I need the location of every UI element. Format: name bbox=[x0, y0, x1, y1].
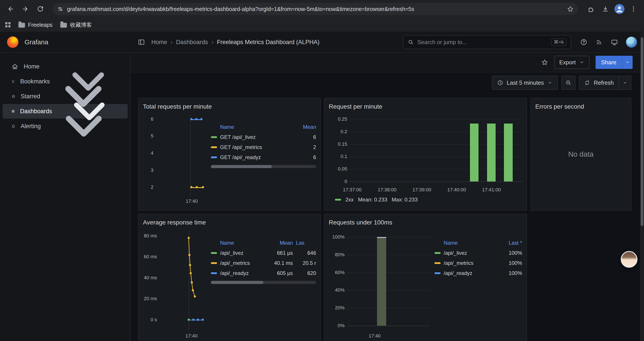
panel-request-per-minute[interactable]: Request per minute 0.25 0.2 0.15 0.1 0.0… bbox=[324, 98, 527, 211]
floating-assistant-avatar[interactable] bbox=[621, 251, 638, 268]
series-mean: 2 bbox=[291, 144, 316, 150]
reload-icon[interactable] bbox=[34, 3, 46, 15]
data-point bbox=[190, 118, 192, 120]
series-name[interactable]: 2xx bbox=[346, 197, 354, 203]
panel-requests-under-100ms[interactable]: Requests under 100ms 100% 80% 60% 40% 20… bbox=[324, 214, 527, 341]
refresh-interval-dropdown[interactable] bbox=[619, 76, 631, 90]
apps-grid-icon[interactable] bbox=[5, 22, 10, 28]
legend-header-last[interactable]: Las bbox=[296, 240, 316, 246]
zoom-out-button[interactable] bbox=[561, 76, 576, 90]
downloads-icon[interactable] bbox=[599, 3, 612, 15]
p1-y-axis: 6 5 4 3 2 bbox=[143, 115, 156, 197]
panel-total-requests-per-minute[interactable]: Total requests per minute 6 5 4 3 2 bbox=[138, 98, 321, 211]
legend-header-name[interactable]: Name bbox=[444, 240, 494, 246]
site-info-icon[interactable] bbox=[57, 6, 64, 12]
bookmark-star-icon[interactable] bbox=[567, 6, 574, 13]
legend-row[interactable]: GET /api/_metrics 2 bbox=[211, 142, 316, 152]
series-name: /api/_livez bbox=[220, 250, 264, 256]
back-icon[interactable] bbox=[4, 3, 17, 15]
search-input[interactable] bbox=[417, 39, 548, 46]
panel-title[interactable]: Errors per second bbox=[535, 102, 626, 112]
help-icon[interactable] bbox=[580, 38, 588, 46]
series-swatch bbox=[335, 199, 341, 201]
grafana-logo[interactable] bbox=[7, 37, 18, 48]
legend-row[interactable]: /api/_readyz 100% bbox=[434, 268, 522, 278]
y-tick: 5 bbox=[151, 133, 154, 139]
panel-errors-per-second[interactable]: Errors per second No data bbox=[530, 98, 631, 211]
zoom-out-icon bbox=[565, 80, 572, 86]
legend-header-name[interactable]: Name bbox=[220, 124, 288, 130]
legend-scrollbar[interactable] bbox=[211, 281, 316, 284]
panel-title[interactable]: Total requests per minute bbox=[143, 102, 316, 112]
toggle-menu-icon[interactable] bbox=[138, 38, 145, 46]
folder-icon bbox=[18, 23, 25, 28]
chevron-down-icon bbox=[622, 80, 628, 85]
browser-profile-avatar[interactable] bbox=[614, 4, 625, 14]
series-swatch bbox=[211, 136, 217, 138]
legend-scrollbar[interactable] bbox=[211, 165, 316, 168]
p2-y-axis: 0.25 0.2 0.15 0.1 0.05 0 bbox=[329, 115, 350, 186]
panel-title[interactable]: Request per minute bbox=[329, 102, 522, 112]
legend-row[interactable]: GET /api/_livez 6 bbox=[211, 132, 316, 142]
share-button[interactable]: Share bbox=[596, 56, 622, 69]
series-swatch bbox=[434, 262, 440, 264]
bookmarks-bar: Freeleaps 收藏博客 bbox=[0, 18, 644, 32]
y-tick: 0 s bbox=[150, 317, 157, 322]
scrollbar-thumb[interactable] bbox=[641, 37, 643, 226]
x-tick: 17:41:00 bbox=[482, 187, 501, 193]
gridline bbox=[347, 255, 430, 255]
series-curve-metrics bbox=[160, 231, 206, 332]
bar-2xx[interactable] bbox=[487, 124, 496, 181]
bookmark-folder-blogs[interactable]: 收藏博客 bbox=[60, 21, 92, 29]
panel-title[interactable]: Average response time bbox=[143, 218, 316, 227]
breadcrumb-home[interactable]: Home bbox=[151, 39, 167, 46]
legend-row[interactable]: /api/_livez 100% bbox=[434, 248, 522, 258]
monitor-icon[interactable] bbox=[611, 38, 618, 46]
bar-2xx[interactable] bbox=[470, 124, 478, 181]
legend-header-mean[interactable]: Mean bbox=[268, 240, 293, 246]
legend-row[interactable]: /api/_metrics 40.1 ms 20.5 r bbox=[211, 258, 316, 268]
chevron-down-icon[interactable] bbox=[46, 88, 122, 164]
legend-header-name[interactable]: Name bbox=[220, 240, 264, 246]
panel-average-response-time[interactable]: Average response time 80 ms 60 ms 40 ms … bbox=[138, 214, 321, 341]
legend-row[interactable]: GET /api/_readyz 6 bbox=[211, 152, 316, 162]
share-dropdown-button[interactable] bbox=[622, 56, 632, 69]
legend-row[interactable]: /api/_livez 661 µs 646 bbox=[211, 248, 316, 258]
favorite-star-icon[interactable] bbox=[541, 59, 548, 66]
legend-row[interactable]: /api/_readyz 605 µs 620 bbox=[211, 268, 316, 278]
bar-under-100ms[interactable] bbox=[377, 237, 386, 326]
legend-row[interactable]: /api/_metrics 100% bbox=[434, 258, 522, 268]
p1-plot[interactable] bbox=[156, 115, 206, 197]
main-area: Export Share Last 5 minutes bbox=[131, 53, 644, 341]
forward-icon[interactable] bbox=[19, 3, 32, 15]
p5-plot[interactable] bbox=[347, 231, 430, 332]
search-box[interactable]: ⌘+k bbox=[403, 35, 571, 49]
legend-header-mean[interactable]: Mean bbox=[291, 124, 316, 130]
browser-menu-icon[interactable] bbox=[627, 3, 640, 15]
bar-2xx[interactable] bbox=[504, 124, 512, 181]
series-last: 100% bbox=[497, 250, 522, 256]
extensions-icon[interactable] bbox=[584, 3, 597, 15]
panel-title[interactable]: Requests under 100ms bbox=[329, 218, 522, 227]
y-tick: 0.05 bbox=[338, 166, 347, 172]
p2-plot[interactable]: 17:37:00 17:38:00 17:39:00 17:40:00 17:4… bbox=[350, 115, 522, 186]
x-tick: 17:40 bbox=[186, 198, 198, 204]
page-scrollbar[interactable] bbox=[640, 32, 644, 341]
p4-plot[interactable] bbox=[160, 231, 206, 332]
export-button[interactable]: Export bbox=[554, 56, 589, 69]
export-label: Export bbox=[559, 59, 576, 66]
y-tick: 4 bbox=[151, 150, 154, 156]
user-avatar[interactable] bbox=[626, 37, 637, 48]
y-tick: 40% bbox=[335, 287, 344, 293]
bookmark-folder-freeleaps[interactable]: Freeleaps bbox=[18, 22, 52, 28]
breadcrumb-dashboards[interactable]: Dashboards bbox=[176, 39, 208, 46]
rss-icon[interactable] bbox=[595, 38, 603, 46]
x-tick: 17:40 bbox=[368, 333, 380, 339]
url-text[interactable]: grafana.mathmast.com/d/deytv4rwavabkb/fr… bbox=[67, 6, 563, 12]
time-range-picker[interactable]: Last 5 minutes bbox=[492, 76, 558, 90]
legend-header-last[interactable]: Last * bbox=[497, 240, 522, 246]
refresh-button[interactable]: Refresh bbox=[579, 76, 619, 90]
search-icon bbox=[408, 39, 414, 45]
url-bar[interactable]: grafana.mathmast.com/d/deytv4rwavabkb/fr… bbox=[52, 3, 578, 15]
sidebar-item-alerting[interactable]: Alerting bbox=[3, 119, 128, 133]
